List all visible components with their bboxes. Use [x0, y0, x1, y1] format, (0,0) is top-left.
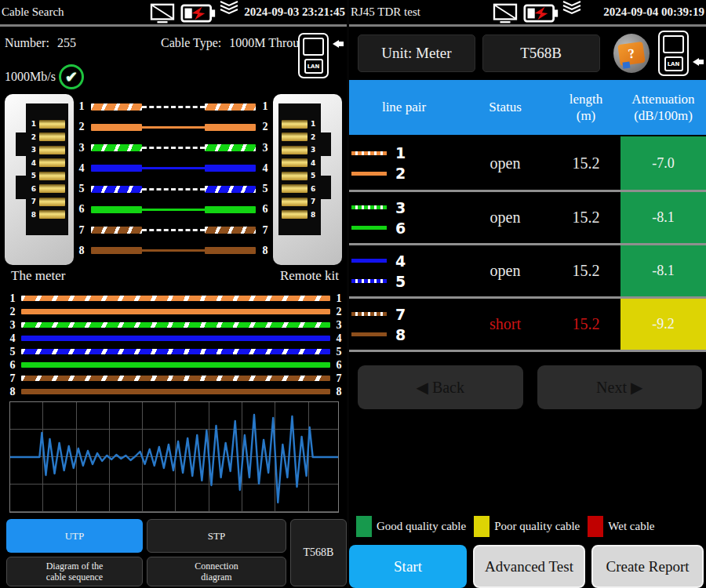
table-row: 78short15.2-9.2: [349, 296, 706, 350]
arrow-left-icon: [329, 40, 344, 48]
pair-swatch: [351, 205, 387, 209]
right-status-icons: [492, 2, 583, 24]
wire-number: 3: [77, 142, 86, 154]
wiremap-row: 44: [8, 332, 344, 345]
cable-type-label: Cable Type:: [161, 36, 221, 50]
wire-number: 2: [77, 121, 86, 133]
cable-tester-screen: Cable Search 202: [0, 0, 706, 588]
wire-number: 6: [334, 359, 344, 372]
wire-number: 6: [77, 203, 86, 216]
pair-pin: 5: [395, 273, 406, 290]
wire-row: 33: [77, 143, 270, 153]
wire-number: 6: [8, 359, 17, 372]
pin-contact: [39, 158, 65, 167]
tdr-test-panel: RJ45 TDR test 20: [349, 0, 706, 588]
wire-number: 2: [334, 306, 344, 318]
pin-number: 5: [31, 172, 36, 180]
stp-button[interactable]: STP: [147, 519, 286, 553]
screen-mirror-icon: [492, 2, 519, 24]
wire-bar: [21, 309, 330, 314]
length-cell: 15.2: [551, 245, 620, 296]
lan-port-icon: LAN: [304, 59, 323, 74]
pin-contact: [282, 172, 308, 180]
line-pair-cell: 12: [349, 136, 459, 190]
check-icon: ✔: [59, 64, 84, 89]
rj45-ports-icon: LAN: [658, 31, 689, 76]
left-button-bar: UTP STP T568B Diagram of the cable seque…: [0, 513, 347, 586]
wire-4: [91, 165, 256, 172]
right-timestamp: 2024-09-04 00:39:19: [603, 5, 704, 19]
start-button[interactable]: Start: [349, 545, 467, 588]
advanced-test-button[interactable]: Advanced Test: [473, 545, 585, 588]
legend-label: Poor quality cable: [494, 520, 580, 533]
create-report-button[interactable]: Create Report: [591, 545, 704, 588]
attenuation-cell: -7.0: [620, 136, 706, 190]
wire-number: 7: [334, 372, 344, 385]
pin-contact: [282, 146, 308, 154]
wiremap-row: 22: [8, 305, 344, 318]
layers-icon: [561, 0, 583, 16]
pair-swatch: [351, 259, 387, 263]
meter-port-icon: LAN: [298, 33, 344, 78]
help-book-icon: ?: [617, 41, 645, 65]
wire-number: 5: [260, 183, 270, 195]
wire-number: 2: [260, 121, 270, 133]
pin-number: 6: [31, 185, 36, 193]
tdr-polyline: [10, 415, 338, 503]
rj45-ports-icon: LAN: [298, 33, 329, 78]
pair-pin: 6: [395, 220, 406, 237]
attenuation-cell: -8.1: [620, 245, 706, 296]
line-pair-cell: 78: [349, 299, 459, 350]
status-cell: open: [459, 136, 551, 190]
wire-number: 1: [77, 100, 86, 113]
wire-row: 11: [77, 102, 270, 111]
pin-number: 3: [31, 146, 36, 154]
help-icon[interactable]: ?: [613, 34, 650, 73]
cable-sequence-diagram-button[interactable]: Diagram of the cable sequence: [6, 557, 143, 586]
back-button[interactable]: ◀ Back: [358, 365, 523, 409]
wire-3: [91, 144, 256, 151]
table-row: 12open15.2-7.0: [349, 136, 706, 190]
pin-contact: [39, 184, 65, 193]
legend-swatch: [474, 516, 489, 537]
tdr-waveform-chart: [9, 401, 339, 513]
left-timestamp: 2024-09-03 23:21:45: [244, 5, 345, 19]
pair-pin: 1: [395, 144, 406, 162]
wire-row: 55: [77, 184, 270, 194]
screen-mirror-icon: [149, 2, 176, 24]
pin-number: 1: [31, 120, 36, 128]
pin-number: 2: [311, 133, 315, 141]
utp-button[interactable]: UTP: [6, 519, 143, 553]
pin-contact: [39, 172, 65, 180]
wire-1: [91, 103, 256, 111]
wire-number: 4: [334, 332, 344, 345]
wiring-standard-button[interactable]: T568B: [482, 34, 600, 72]
unit-button[interactable]: Unit: Meter: [358, 34, 475, 72]
wire-number: 5: [77, 183, 86, 195]
pin-number: 7: [311, 198, 315, 205]
pin-contact: [282, 184, 308, 193]
wire-8: [91, 247, 256, 254]
left-header: Cable Search 202: [0, 0, 347, 27]
cable-info-row: Number: 255 Cable Type: 1000M Through LA…: [0, 27, 347, 61]
wiremap-row: 77: [8, 372, 344, 385]
attenuation-cell: -9.2: [620, 299, 706, 350]
pair-swatch: [351, 151, 387, 155]
wire-number: 1: [260, 100, 270, 113]
wiremap-row: 88: [8, 385, 344, 398]
wire-bar: [21, 322, 330, 328]
wire-bar: [21, 376, 330, 381]
connection-diagram: 12345678 1122334455667788 12345678: [0, 93, 347, 267]
wiremap-row: 66: [8, 358, 344, 372]
pin-number: 1: [311, 120, 315, 128]
length-cell: 15.2: [551, 136, 620, 190]
next-button[interactable]: Next ▶: [537, 365, 703, 409]
col-length: length (m): [551, 91, 620, 125]
connection-diagram-button[interactable]: Connection diagram: [147, 557, 286, 586]
wire-number: 8: [8, 386, 17, 398]
wire-number: 3: [334, 319, 344, 332]
wire-number: 1: [334, 292, 344, 305]
wire-bar: [21, 349, 330, 354]
pin-number: 8: [31, 211, 36, 219]
t568b-mode-button[interactable]: T568B: [290, 519, 347, 586]
